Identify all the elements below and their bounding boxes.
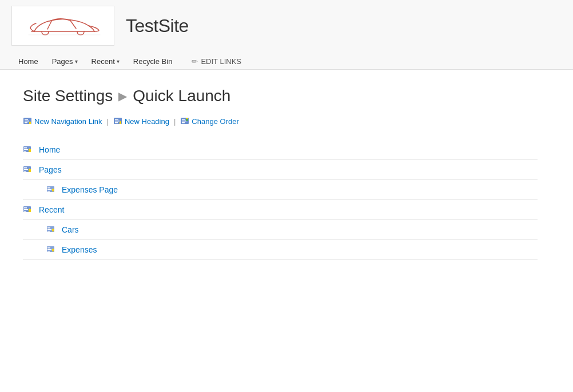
svg-rect-25 — [24, 151, 26, 152]
action-links-bar: New Navigation Link | New Heading | — [23, 117, 550, 126]
list-item-expenses: Expenses — [23, 240, 538, 260]
breadcrumb-quick-launch: Quick Launch — [133, 87, 230, 105]
edit-links-button[interactable]: ✏ EDIT LINKS — [185, 54, 248, 69]
expenses-link[interactable]: Expenses — [62, 245, 97, 254]
nav-recent-label: Recent — [91, 57, 115, 66]
svg-rect-18 — [182, 121, 186, 122]
main-content: Site Settings ▶ Quick Launch New Navigat… — [0, 70, 573, 277]
svg-rect-31 — [24, 171, 26, 172]
nav-item-pages[interactable]: Pages ▾ — [45, 54, 85, 69]
list-item-cars: Cars — [23, 220, 538, 240]
nav-item-home[interactable]: Home — [11, 54, 45, 69]
site-logo — [11, 6, 114, 46]
cars-icon — [46, 225, 56, 235]
nav-pages-label: Pages — [52, 57, 73, 66]
change-order-icon — [180, 117, 189, 126]
home-item-icon — [23, 145, 33, 155]
change-order-label: Change Order — [192, 117, 238, 126]
svg-rect-49 — [47, 231, 50, 232]
svg-line-2 — [70, 21, 76, 29]
svg-rect-9 — [30, 121, 30, 122]
svg-rect-15 — [120, 121, 121, 122]
page-title: Site Settings ▶ Quick Launch — [23, 87, 550, 105]
expenses-page-link[interactable]: Expenses Page — [62, 185, 118, 194]
separator-1: | — [107, 117, 109, 126]
change-order-action[interactable]: Change Order — [180, 117, 238, 126]
svg-rect-37 — [47, 191, 50, 192]
svg-rect-35 — [47, 187, 50, 189]
list-item-home: Home — [23, 140, 538, 160]
new-nav-link-label: New Navigation Link — [34, 117, 102, 126]
pages-item-link[interactable]: Pages — [39, 165, 62, 174]
nav-item-recent[interactable]: Recent ▾ — [85, 54, 126, 69]
svg-rect-51 — [53, 229, 54, 230]
new-heading-icon — [113, 117, 122, 126]
svg-rect-57 — [53, 249, 54, 250]
svg-rect-24 — [24, 149, 28, 150]
new-nav-link-icon — [23, 117, 32, 126]
expenses-page-icon — [46, 185, 56, 195]
quick-launch-list: Home Pages — [23, 140, 538, 260]
top-nav-bar: Home Pages ▾ Recent ▾ Recycle Bin ✏ EDIT… — [11, 51, 562, 69]
separator-2: | — [174, 117, 176, 126]
car-logo-svg — [20, 13, 106, 39]
svg-rect-43 — [24, 211, 26, 212]
edit-links-label: EDIT LINKS — [201, 57, 241, 66]
breadcrumb-site-settings: Site Settings — [23, 87, 113, 105]
new-heading-label: New Heading — [125, 117, 169, 126]
svg-rect-6 — [25, 121, 29, 122]
svg-rect-13 — [115, 122, 118, 123]
recent-chevron-icon: ▾ — [117, 58, 120, 65]
site-title-text: TestSite — [126, 15, 189, 37]
nav-recycle-bin-label: Recycle Bin — [133, 57, 173, 66]
svg-rect-48 — [47, 229, 51, 230]
svg-rect-42 — [24, 209, 28, 210]
svg-rect-5 — [25, 119, 28, 120]
header-top: TestSite — [11, 6, 562, 51]
svg-rect-41 — [24, 207, 27, 209]
svg-rect-23 — [24, 147, 27, 149]
expenses-icon — [46, 245, 56, 255]
svg-rect-47 — [47, 227, 50, 229]
nav-item-recycle-bin[interactable]: Recycle Bin — [126, 54, 180, 69]
pages-chevron-icon: ▾ — [75, 58, 78, 65]
svg-rect-19 — [182, 122, 185, 123]
svg-rect-11 — [115, 119, 118, 120]
svg-rect-54 — [47, 249, 51, 250]
recent-item-link[interactable]: Recent — [39, 205, 64, 214]
recent-item-icon — [23, 205, 33, 215]
list-item-pages: Pages — [23, 160, 538, 180]
new-heading-action[interactable]: New Heading — [113, 117, 169, 126]
new-navigation-link-action[interactable]: New Navigation Link — [23, 117, 102, 126]
svg-rect-12 — [115, 121, 120, 122]
list-item-expenses-page: Expenses Page — [23, 180, 538, 200]
home-item-link[interactable]: Home — [39, 145, 60, 154]
svg-rect-53 — [47, 247, 50, 249]
svg-rect-29 — [24, 167, 27, 169]
cars-link[interactable]: Cars — [62, 225, 79, 234]
svg-rect-33 — [29, 169, 30, 170]
svg-rect-36 — [47, 189, 51, 190]
list-item-recent: Recent — [23, 200, 538, 220]
svg-rect-30 — [24, 169, 28, 170]
svg-rect-39 — [53, 189, 54, 190]
svg-rect-27 — [29, 149, 30, 150]
site-header: TestSite Home Pages ▾ Recent ▾ Recycle B… — [0, 0, 573, 70]
pages-item-icon — [23, 165, 33, 175]
breadcrumb-arrow-icon: ▶ — [118, 89, 127, 103]
svg-rect-7 — [25, 122, 27, 123]
nav-home-label: Home — [18, 57, 38, 66]
svg-rect-55 — [47, 251, 50, 252]
site-title: TestSite — [126, 15, 189, 37]
svg-line-1 — [47, 21, 51, 29]
svg-rect-45 — [29, 209, 30, 210]
svg-rect-17 — [182, 119, 185, 120]
pencil-icon: ✏ — [192, 57, 198, 66]
